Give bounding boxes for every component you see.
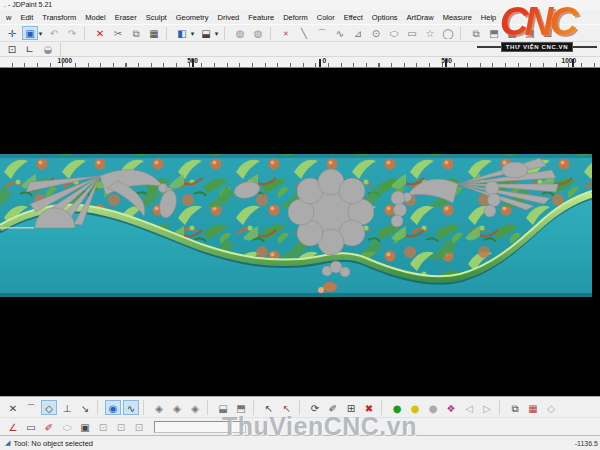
snap-intersect-icon[interactable]: ✕ — [5, 400, 21, 415]
fill-tool-icon[interactable]: ◧ — [174, 26, 190, 40]
menu-eraser[interactable]: Eraser — [115, 13, 137, 22]
move-tool-icon[interactable]: ✛ — [4, 26, 20, 40]
menu-transform[interactable]: Transform — [42, 13, 76, 22]
clipboard-icon[interactable]: ⧉ — [507, 400, 523, 415]
polygon-tool-icon[interactable]: ⊿ — [350, 26, 366, 40]
status-bar: ◢ Tool: No object selected -1136.5 — [0, 435, 600, 450]
corner-trim-icon[interactable]: ∠ — [5, 419, 21, 434]
separator — [460, 27, 464, 40]
table-icon[interactable]: ▦ — [525, 400, 541, 415]
fill-caret-icon[interactable]: ▾ — [189, 26, 196, 40]
separator — [97, 400, 101, 415]
curve-tool-icon[interactable]: ∿ — [332, 26, 348, 40]
node-edit-c-icon[interactable]: ⊡ — [131, 419, 147, 434]
snap-tangent-icon[interactable]: ↘ — [77, 400, 93, 415]
corner-rect-icon[interactable]: ▭ — [23, 419, 39, 434]
bulb-off-icon[interactable]: ● — [425, 400, 441, 415]
star-tool-icon[interactable]: ☆ — [422, 26, 438, 40]
surface-extrude-icon[interactable]: ⬒ — [486, 26, 502, 40]
line-tool-icon[interactable]: ╲ — [296, 26, 312, 40]
title-bar: . - JDPaint 5.21 — [0, 0, 600, 10]
orange-finial-bead — [318, 287, 324, 293]
peony-flower-shape — [288, 169, 374, 255]
snap-node-icon[interactable]: ◉ — [105, 400, 121, 415]
crop-region-icon[interactable]: ⊡ — [4, 42, 20, 56]
surface-revolve-icon[interactable]: ⬓ — [504, 26, 520, 40]
cut-icon[interactable]: ✂ — [110, 26, 126, 40]
select-tool-icon[interactable]: ▣ — [22, 26, 38, 40]
redo-icon[interactable]: ↷ — [64, 26, 80, 40]
separator — [299, 400, 303, 415]
curve-draw-icon[interactable]: ✐ — [41, 419, 57, 434]
menu-geometry[interactable]: Geometry — [176, 13, 209, 22]
nav-back-icon[interactable]: ◁ — [461, 400, 477, 415]
orange-finial — [323, 282, 337, 292]
menu-feature[interactable]: Feature — [248, 13, 274, 22]
snap-quadrant-icon[interactable]: ◇ — [41, 400, 57, 415]
menu-help[interactable]: Help — [481, 13, 496, 22]
separator — [499, 400, 503, 415]
model-caret-icon[interactable]: ▾ — [213, 26, 220, 40]
undo-icon[interactable]: ↶ — [46, 26, 62, 40]
snap-curve-icon[interactable]: ∿ — [123, 400, 139, 415]
bulb-on-icon[interactable]: ● — [389, 400, 405, 415]
palette-icon[interactable]: ❖ — [443, 400, 459, 415]
delete-icon[interactable]: ✕ — [92, 26, 108, 40]
menu-deform[interactable]: Deform — [283, 13, 308, 22]
menu-options[interactable]: Options — [372, 13, 398, 22]
grid-snap-b-icon[interactable]: ◈ — [169, 400, 185, 415]
status-tool-icon: ◢ — [5, 439, 10, 447]
copy-icon[interactable]: ⧉ — [128, 26, 144, 40]
node-edit-a-icon[interactable]: ⊡ — [95, 419, 111, 434]
menu-edit[interactable]: Edit — [20, 13, 33, 22]
menu-artdraw[interactable]: ArtDraw — [407, 13, 434, 22]
viewport-canvas[interactable] — [0, 68, 600, 396]
rect-tool-icon[interactable]: ▭ — [404, 26, 420, 40]
oval-tool-icon[interactable]: ⬭ — [59, 419, 75, 434]
save-icon[interactable]: ▦ — [146, 26, 162, 40]
menu-draw[interactable]: w — [6, 13, 11, 22]
angle-measure-icon[interactable]: ∟ — [22, 42, 38, 56]
edit-insert-icon[interactable]: ⊞ — [343, 400, 359, 415]
edit-delete-icon[interactable]: ✖ — [361, 400, 377, 415]
menu-color[interactable]: Color — [317, 13, 335, 22]
stamp-b-icon[interactable]: ⬒ — [233, 400, 249, 415]
menu-effect[interactable]: Effect — [344, 13, 363, 22]
lamp-view-icon[interactable]: ◒ — [40, 42, 56, 56]
mini-delete-icon[interactable]: ✕ — [278, 26, 294, 40]
surface-sweep-icon[interactable]: ⬔ — [522, 26, 538, 40]
ruler-label: 1000 — [562, 57, 576, 64]
nav-forward-icon[interactable]: ▷ — [479, 400, 495, 415]
grid-snap-a-icon[interactable]: ◈ — [151, 400, 167, 415]
diamond-icon[interactable]: ◇ — [543, 400, 559, 415]
horizontal-ruler: 100050005001000 — [0, 57, 600, 68]
box-select-icon[interactable]: ▣ — [77, 419, 93, 434]
separator — [143, 400, 147, 415]
snap-perpendicular-icon[interactable]: ⊥ — [59, 400, 75, 415]
bulb-active-icon[interactable]: ● — [407, 400, 423, 415]
snap-arc-icon[interactable]: ⌒ — [23, 400, 39, 415]
node-edit-b-icon[interactable]: ⊡ — [113, 419, 129, 434]
menu-measure[interactable]: Measure — [443, 13, 472, 22]
pick-remove-icon[interactable]: ↖ — [279, 400, 295, 415]
surface-copy-icon[interactable]: ⧉ — [468, 26, 484, 40]
edit-pencil-icon[interactable]: ✐ — [325, 400, 341, 415]
menu-drived[interactable]: Drived — [218, 13, 240, 22]
grid-snap-c-icon[interactable]: ◈ — [187, 400, 203, 415]
circle-center-tool-icon[interactable]: ⊙ — [368, 26, 384, 40]
stamp-a-icon[interactable]: ⬓ — [215, 400, 231, 415]
circle-tool-icon[interactable]: ◯ — [440, 26, 456, 40]
pick-add-icon[interactable]: ↖ — [261, 400, 277, 415]
model-view-icon[interactable]: ⬓ — [198, 26, 214, 40]
menu-sculpt[interactable]: Sculpt — [146, 13, 167, 22]
select-caret-icon[interactable]: ▾ — [37, 26, 44, 40]
menu-model[interactable]: Model — [85, 13, 105, 22]
relief-dome-b-icon[interactable]: ◍ — [250, 26, 266, 40]
surface-mesh-icon[interactable]: ⊞ — [540, 26, 556, 40]
ellipse-tool-icon[interactable]: ⬭ — [386, 26, 402, 40]
separator — [207, 400, 211, 415]
edit-rotate-icon[interactable]: ⟳ — [307, 400, 323, 415]
arc-tool-icon[interactable]: ⌒ — [314, 26, 330, 40]
relief-dome-a-icon[interactable]: ◍ — [232, 26, 248, 40]
relief-model[interactable] — [0, 154, 592, 297]
